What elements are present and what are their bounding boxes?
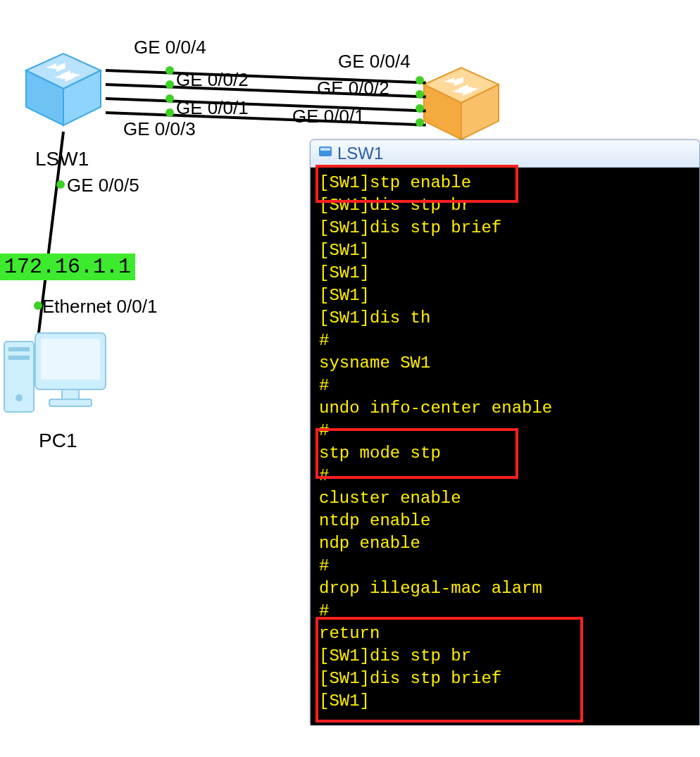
link-ge001 (106, 97, 426, 112)
svg-point-15 (15, 394, 23, 401)
term-line-1: [SW1]dis stp br (319, 196, 471, 215)
term-line-13: # (319, 466, 329, 485)
dot-r4 (415, 118, 424, 127)
ip-address-label: 172.16.1.1 (0, 254, 135, 280)
term-line-12: stp mode stp (319, 444, 441, 463)
svg-rect-19 (49, 399, 92, 406)
term-line-5: [SW1] (319, 286, 370, 305)
device-label-pc1: PC1 (39, 430, 77, 452)
dot-l3 (165, 94, 174, 103)
if-label-ge003: GE 0/0/3 (123, 118, 196, 140)
term-line-9: # (319, 376, 329, 395)
term-line-8: sysname SW1 (319, 354, 430, 373)
dot-l2 (165, 80, 174, 89)
svg-rect-18 (62, 389, 79, 399)
term-line-6: [SW1]dis th (319, 308, 430, 327)
dot-ge005 (56, 180, 65, 189)
switch-right-icon (415, 63, 507, 147)
term-line-18: drop illegal-mac alarm (319, 579, 542, 598)
term-line-7: # (319, 331, 329, 350)
switch-lsw1-icon (18, 49, 109, 133)
if-label-ge002-right: GE 0/0/2 (317, 77, 389, 99)
term-line-10: undo info-center enable (319, 399, 552, 418)
terminal-app-icon (318, 144, 333, 163)
terminal-body[interactable]: [SW1]stp enable [SW1]dis stp br [SW1]dis… (311, 168, 699, 725)
diagram-canvas: GE 0/0/4 GE 0/0/4 GE 0/0/2 GE 0/0/2 GE 0… (0, 0, 700, 757)
dot-r2 (415, 90, 424, 99)
svg-rect-13 (8, 347, 30, 351)
term-line-20: return (319, 624, 380, 643)
dot-l1 (165, 66, 174, 75)
term-line-16: ndp enable (319, 534, 420, 553)
if-label-ge001-right: GE 0/0/1 (292, 106, 365, 127)
if-label-ge005: GE 0/0/5 (67, 175, 139, 196)
if-label-ge004-right: GE 0/0/4 (338, 51, 411, 73)
if-label-ge001-left: GE 0/0/1 (176, 97, 249, 119)
term-line-4: [SW1] (319, 263, 370, 282)
term-line-15: ntdp enable (319, 511, 430, 530)
terminal-titlebar[interactable]: LSW1 (311, 140, 699, 168)
svg-rect-14 (8, 356, 30, 360)
term-line-23: [SW1] (319, 692, 370, 711)
pc1-icon (0, 320, 113, 429)
dot-eth001 (34, 301, 42, 310)
if-label-ge004-left: GE 0/0/4 (134, 37, 206, 58)
term-line-21: [SW1]dis stp br (319, 646, 471, 665)
if-label-eth001: Ethernet 0/0/1 (42, 296, 157, 318)
svg-rect-21 (320, 148, 330, 151)
term-line-2: [SW1]dis stp brief (319, 218, 501, 237)
term-line-19: # (319, 601, 329, 620)
svg-rect-17 (41, 339, 100, 380)
term-line-22: [SW1]dis stp brief (319, 669, 501, 688)
dot-r3 (415, 104, 424, 113)
term-line-14: cluster enable (319, 489, 461, 508)
dot-l4 (165, 108, 174, 117)
terminal-window[interactable]: LSW1 [SW1]stp enable [SW1]dis stp br [SW… (310, 139, 700, 725)
if-label-ge002-left: GE 0/0/2 (176, 69, 249, 91)
term-line-11: # (319, 421, 329, 440)
device-label-lsw1: LSW1 (35, 148, 89, 170)
term-line-3: [SW1] (319, 241, 370, 260)
terminal-title: LSW1 (337, 144, 383, 163)
term-line-0: [SW1]stp enable (319, 173, 471, 192)
dot-r1 (415, 76, 424, 85)
term-line-17: # (319, 556, 329, 575)
